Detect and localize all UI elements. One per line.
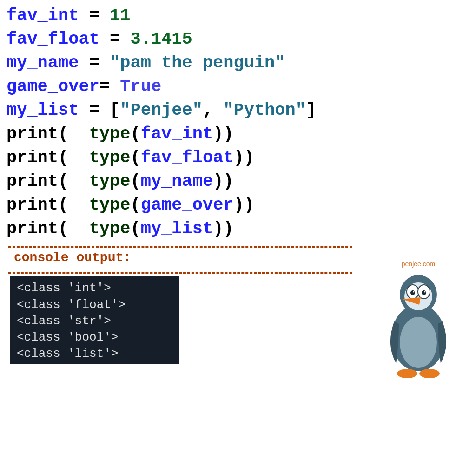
penguin-icon <box>377 270 460 380</box>
code-token: )) <box>213 219 233 238</box>
code-token: True <box>120 77 161 96</box>
console-line: <class 'list'> <box>17 346 172 362</box>
code-line: fav_float = 3.1415 <box>7 27 469 51</box>
console-output-box: <class 'int'><class 'float'><class 'str'… <box>10 276 179 363</box>
console-line: <class 'int'> <box>17 280 172 296</box>
code-line: game_over= True <box>7 75 469 98</box>
code-line: print( type(my_name)) <box>7 170 469 193</box>
attribution-text: penjee.com <box>372 260 465 268</box>
code-line: my_list = ["Penjee", "Python"] <box>7 98 469 122</box>
code-token: "Penjee" <box>120 100 203 120</box>
code-token: ( <box>58 148 89 167</box>
code-line: print( type(game_over)) <box>7 193 469 217</box>
code-token: ( <box>130 219 140 238</box>
code-token: = <box>79 6 110 25</box>
divider-bottom <box>8 272 352 274</box>
code-token: = <box>99 77 120 96</box>
divider-top <box>8 246 352 248</box>
code-token: print <box>7 148 58 167</box>
svg-point-10 <box>397 369 417 378</box>
code-token: my_name <box>7 53 79 72</box>
code-token: )) <box>213 171 233 191</box>
code-token: )) <box>213 124 233 144</box>
svg-point-8 <box>413 291 414 292</box>
code-token: = <box>79 100 110 120</box>
code-token: print <box>7 195 58 215</box>
svg-point-9 <box>424 291 425 292</box>
penguin-mascot: penjee.com <box>372 260 465 382</box>
code-token: game_over <box>141 195 234 215</box>
code-token: print <box>7 171 58 191</box>
code-token: ( <box>58 124 89 144</box>
code-token: type <box>89 171 131 191</box>
code-token: type <box>89 148 131 167</box>
code-token: ] <box>306 100 316 120</box>
code-token: ( <box>130 124 140 144</box>
code-token: , <box>203 100 223 120</box>
svg-point-7 <box>422 290 426 295</box>
code-line: my_name = "pam the penguin" <box>7 51 469 75</box>
code-token: ( <box>58 171 89 191</box>
console-line: <class 'bool'> <box>17 329 172 346</box>
code-token: type <box>89 124 131 144</box>
code-line: fav_int = 11 <box>7 4 469 27</box>
code-token: ( <box>130 148 140 167</box>
code-token: print <box>7 219 58 238</box>
svg-point-11 <box>419 369 440 378</box>
code-token: fav_int <box>7 6 79 25</box>
code-token: fav_int <box>141 124 213 144</box>
code-token: )) <box>234 195 254 215</box>
code-token: ( <box>130 195 140 215</box>
code-line: print( type(fav_int)) <box>7 122 469 146</box>
code-token: my_list <box>141 219 213 238</box>
code-token: ( <box>58 219 89 238</box>
code-token: type <box>89 219 131 238</box>
code-token: ( <box>130 171 140 191</box>
console-line: <class 'str'> <box>17 313 172 329</box>
code-token: game_over <box>7 77 99 96</box>
code-token: = <box>99 29 131 49</box>
code-token: "pam the penguin" <box>110 53 285 72</box>
code-line: print( type(my_list)) <box>7 217 469 241</box>
code-token: type <box>89 195 131 215</box>
code-token: 3.1415 <box>130 29 192 49</box>
code-token: 11 <box>110 6 130 25</box>
console-line: <class 'float'> <box>17 297 172 313</box>
code-token: = <box>79 53 110 72</box>
code-block: fav_int = 11fav_float = 3.1415my_name = … <box>0 0 476 241</box>
code-token: )) <box>234 148 254 167</box>
code-token: my_list <box>7 100 79 120</box>
code-token: fav_float <box>141 148 234 167</box>
code-token: fav_float <box>7 29 99 49</box>
code-token: [ <box>110 100 120 120</box>
code-line: print( type(fav_float)) <box>7 146 469 170</box>
code-token: "Python" <box>223 100 306 120</box>
code-token: my_name <box>141 171 213 191</box>
code-token: print <box>7 124 58 144</box>
code-token: ( <box>58 195 89 215</box>
svg-point-1 <box>400 317 437 368</box>
svg-point-6 <box>410 290 415 295</box>
